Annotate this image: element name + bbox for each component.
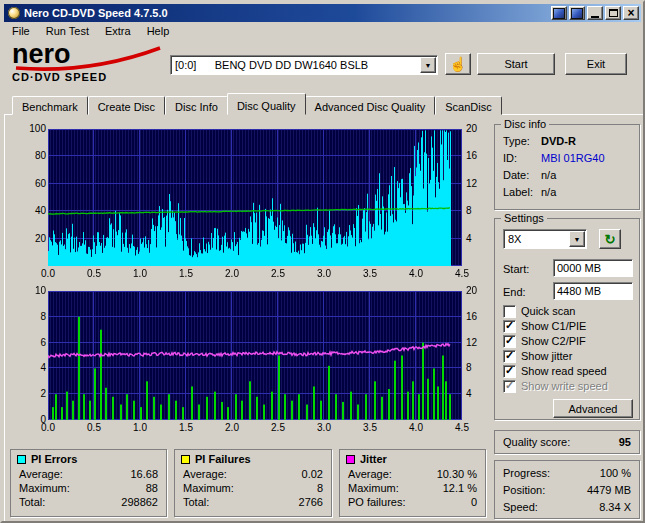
tab-create-disc[interactable]: Create Disc — [88, 96, 165, 115]
start-position-input[interactable] — [553, 259, 633, 277]
cd-dvd-speed-logo-text: CD·DVD SPEED — [12, 71, 107, 83]
drive-select-arrow-button[interactable]: ▼ — [420, 57, 436, 73]
checkbox-show-jitter[interactable]: ✓ Show jitter — [503, 349, 572, 363]
tab-benchmark[interactable]: Benchmark — [12, 96, 88, 115]
checkbox-show-c2-pif[interactable]: ✓ Show C2/PIF — [503, 334, 586, 348]
position-value: 4479 MB — [587, 484, 631, 496]
stat-value: 16.68 — [130, 468, 158, 480]
nero-logo: nero CD·DVD SPEED — [12, 42, 167, 88]
stat-label: Maximum: — [348, 482, 399, 494]
axis-tick: 4 — [466, 234, 486, 244]
minimize-button[interactable] — [587, 6, 603, 20]
progress-label: Progress: — [503, 467, 550, 479]
menu-run-test[interactable]: Run Test — [38, 23, 97, 40]
nero-logo-swoosh — [12, 44, 164, 72]
axis-tick: 1.0 — [128, 269, 152, 279]
scan-speed-arrow-button[interactable]: ▼ — [569, 231, 585, 247]
disc-info-group-title: Disc info — [501, 118, 549, 130]
stat-value: 0 — [471, 496, 477, 508]
maximize-button[interactable] — [605, 6, 621, 20]
axis-tick: 0.0 — [36, 423, 60, 433]
axis-tick: 2.0 — [220, 269, 244, 279]
menubar: File Run Test Extra Help — [4, 22, 641, 40]
scan-speed-select[interactable]: 8X ▼ — [503, 229, 587, 249]
speed-value: 8.34 X — [599, 501, 631, 513]
progress-panel: Progress:100 % Position:4479 MB Speed:8.… — [494, 460, 640, 519]
disc-label-label: Label: — [503, 186, 541, 198]
speed-label: Speed: — [503, 501, 538, 513]
axis-tick: 60 — [22, 179, 46, 189]
axis-tick: 16 — [466, 151, 486, 161]
tab-advanced-disc-quality[interactable]: Advanced Disc Quality — [305, 96, 436, 115]
settings-group: Settings 8X ▼ ↻ Start: End: ✓ Quick scan… — [494, 218, 640, 420]
checkbox-box[interactable]: ✓ — [503, 305, 516, 318]
jitter-stats-title: Jitter — [346, 453, 387, 465]
tab-disc-quality[interactable]: Disc Quality — [227, 93, 306, 115]
progress-value: 100 % — [600, 467, 631, 479]
position-label: Position: — [503, 484, 545, 496]
refresh-button[interactable]: ↻ — [599, 229, 621, 249]
tab-scandisc[interactable]: ScanDisc — [435, 96, 501, 115]
axis-tick: 40 — [22, 206, 46, 216]
titlebar[interactable]: Nero CD-DVD Speed 4.7.5.0 × — [4, 4, 641, 22]
axis-tick: 12 — [466, 179, 486, 189]
drive-action-button[interactable]: ☝ — [445, 53, 471, 75]
menu-file[interactable]: File — [4, 23, 38, 40]
checkbox-box[interactable]: ✓ — [503, 365, 516, 378]
axis-tick: 1.0 — [128, 423, 152, 433]
start-button[interactable]: Start — [477, 53, 555, 75]
pi-failures-legend-swatch — [181, 455, 190, 464]
check-icon: ✓ — [505, 336, 514, 345]
axis-tick: 12 — [466, 338, 486, 348]
axis-tick: 100 — [22, 124, 46, 134]
disc-id-value: MBI 01RG40 — [541, 152, 605, 164]
titlebar-extra-button-1[interactable] — [551, 6, 567, 20]
stat-label: Total: — [183, 496, 209, 508]
stat-label: Maximum: — [19, 482, 70, 494]
end-position-label: End: — [503, 286, 526, 298]
pi-errors-chart — [48, 129, 462, 266]
advanced-button[interactable]: Advanced — [553, 399, 633, 418]
drive-select[interactable]: [0:0] BENQ DVD DD DW1640 BSLB ▼ — [170, 55, 438, 75]
tab-bar: Benchmark Create Disc Disc Info Disc Qua… — [12, 93, 502, 115]
app-disc-icon — [8, 7, 20, 19]
close-button[interactable]: × — [623, 6, 639, 20]
titlebar-extra-button-2[interactable] — [569, 6, 585, 20]
end-position-input[interactable] — [553, 282, 633, 300]
stat-label: Total: — [19, 496, 45, 508]
disc-label-value: n/a — [541, 186, 556, 198]
axis-tick: 4 — [22, 363, 46, 373]
axis-tick: 20 — [466, 286, 486, 296]
axis-tick: 8 — [22, 312, 46, 322]
menu-help[interactable]: Help — [139, 23, 178, 40]
checkbox-box[interactable]: ✓ — [503, 335, 516, 348]
pi-failures-stats-panel: PI Failures Average:0.02 Maximum:8 Total… — [174, 449, 332, 517]
disc-type-value: DVD-R — [541, 135, 576, 147]
scan-speed-value: 8X — [504, 230, 568, 245]
stat-value: 88 — [146, 482, 158, 494]
axis-tick: 20 — [22, 234, 46, 244]
axis-tick: 2.5 — [266, 269, 290, 279]
axis-tick: 10 — [22, 286, 46, 296]
stat-label: Maximum: — [183, 482, 234, 494]
checkbox-show-c1-pie[interactable]: ✓ Show C1/PIE — [503, 319, 586, 333]
checkbox-box[interactable]: ✓ — [503, 350, 516, 363]
axis-tick: 2 — [22, 389, 46, 399]
disc-id-label: ID: — [503, 152, 541, 164]
exit-button[interactable]: Exit — [565, 53, 627, 75]
checkbox-box: ✓ — [503, 380, 516, 393]
check-icon: ✓ — [505, 366, 514, 375]
pi-errors-legend-swatch — [17, 455, 26, 464]
menu-extra[interactable]: Extra — [97, 23, 139, 40]
settings-group-title: Settings — [501, 212, 547, 224]
stat-value: 10.30 % — [437, 468, 477, 480]
checkbox-quick-scan[interactable]: ✓ Quick scan — [503, 304, 575, 318]
checkbox-show-read-speed[interactable]: ✓ Show read speed — [503, 364, 607, 378]
stat-value: 298862 — [121, 496, 158, 508]
stat-value: 12.1 % — [443, 482, 477, 494]
axis-tick: 3.0 — [312, 269, 336, 279]
pi-errors-stats-panel: PI Errors Average:16.68 Maximum:88 Total… — [10, 449, 167, 517]
pi-errors-stats-title: PI Errors — [17, 453, 77, 465]
checkbox-box[interactable]: ✓ — [503, 320, 516, 333]
tab-disc-info[interactable]: Disc Info — [165, 96, 228, 115]
